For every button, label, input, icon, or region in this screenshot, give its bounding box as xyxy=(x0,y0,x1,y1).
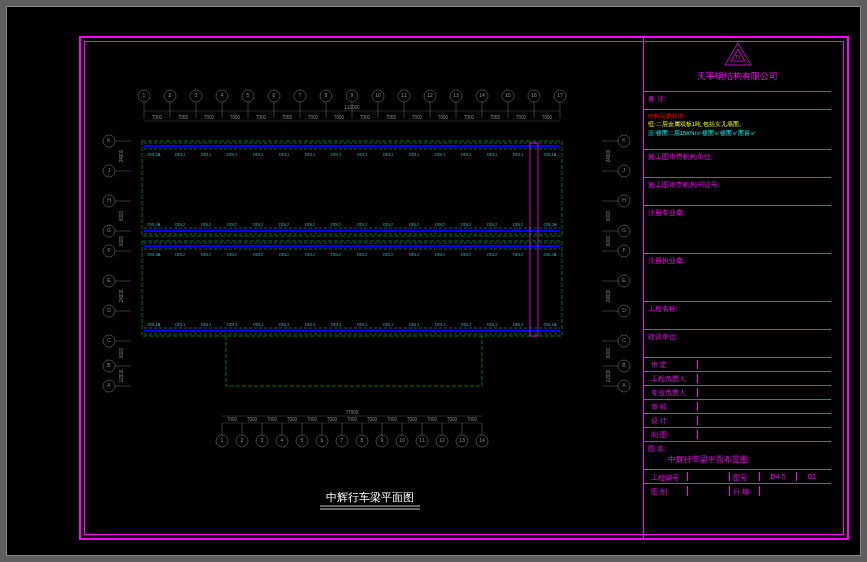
svg-text:H: H xyxy=(107,197,111,203)
svg-text:6: 6 xyxy=(273,92,276,98)
svg-text:11: 11 xyxy=(419,437,425,443)
svg-text:DDL1: DDL1 xyxy=(227,152,238,157)
drawing-name-row: 图 名: 中辉行车梁平面布置图 xyxy=(644,442,831,470)
svg-text:E: E xyxy=(622,277,626,283)
svg-text:DDL1A: DDL1A xyxy=(544,322,557,327)
svg-text:DDL2: DDL2 xyxy=(409,252,420,257)
svg-text:DDL2: DDL2 xyxy=(227,222,238,227)
svg-text:6000: 6000 xyxy=(119,235,124,246)
svg-text:17: 17 xyxy=(557,92,563,98)
svg-text:7000: 7000 xyxy=(467,417,478,422)
svg-text:6000: 6000 xyxy=(606,210,611,221)
svg-text:中辉行车梁平面图: 中辉行车梁平面图 xyxy=(326,491,414,503)
svg-text:DDL1: DDL1 xyxy=(357,322,368,327)
svg-text:77000: 77000 xyxy=(346,410,359,415)
svg-text:DDL1: DDL1 xyxy=(513,152,524,157)
svg-text:DDL1: DDL1 xyxy=(487,152,498,157)
svg-text:6000: 6000 xyxy=(119,347,124,358)
svg-text:10: 10 xyxy=(399,437,405,443)
client: 建设单位: xyxy=(644,330,831,358)
svg-text:12000: 12000 xyxy=(119,369,124,382)
grid-bottom: 77000 7000 7000 7000 7000 7000 7000 7000… xyxy=(216,410,488,447)
svg-text:H: H xyxy=(622,197,626,203)
sig-row-3: 专业负责人 xyxy=(644,386,831,400)
svg-text:7000: 7000 xyxy=(347,417,358,422)
svg-text:DDL1: DDL1 xyxy=(383,322,394,327)
svg-text:14: 14 xyxy=(479,437,485,443)
svg-text:7000: 7000 xyxy=(407,417,418,422)
remark-label: 备 注: xyxy=(648,95,666,102)
grid-top: 1 2 3 4 5 6 7 8 9 10 11 12 13 14 15 16 1… xyxy=(138,90,566,121)
svg-text:DDL2: DDL2 xyxy=(227,252,238,257)
grid-right: K J H G F E D C B A 24000 6000 6000 2400… xyxy=(602,135,630,392)
svg-text:TY: TY xyxy=(734,54,741,60)
svg-text:G: G xyxy=(107,227,111,233)
svg-text:7000: 7000 xyxy=(490,115,501,120)
svg-text:DDL2: DDL2 xyxy=(357,252,368,257)
svg-text:DDL2: DDL2 xyxy=(279,252,290,257)
svg-text:7000: 7000 xyxy=(247,417,258,422)
sheet-value: D4-5 xyxy=(760,472,797,481)
svg-text:7000: 7000 xyxy=(267,417,278,422)
svg-text:DDL1: DDL1 xyxy=(227,322,238,327)
svg-text:2: 2 xyxy=(241,437,244,443)
svg-text:DDL1: DDL1 xyxy=(279,152,290,157)
svg-text:7000: 7000 xyxy=(427,417,438,422)
drawing-name-value: 中辉行车梁平面布置图 xyxy=(648,455,748,464)
svg-text:5: 5 xyxy=(301,437,304,443)
svg-text:6: 6 xyxy=(321,437,324,443)
svg-text:DDL2A: DDL2A xyxy=(148,222,161,227)
svg-text:DDL2: DDL2 xyxy=(175,222,186,227)
svg-text:7000: 7000 xyxy=(447,417,458,422)
svg-text:24000: 24000 xyxy=(606,289,611,302)
proj-row: 工程编号 图号 D4-5 01 xyxy=(644,470,831,484)
svg-text:DDL2: DDL2 xyxy=(409,222,420,227)
svg-text:DDL2: DDL2 xyxy=(331,252,342,257)
svg-text:7: 7 xyxy=(299,92,302,98)
svg-text:DDL2: DDL2 xyxy=(331,222,342,227)
approval-1: 施工图审查机构单位: xyxy=(644,150,831,178)
svg-text:DDL1: DDL1 xyxy=(513,322,524,327)
svg-text:6000: 6000 xyxy=(606,235,611,246)
svg-text:E: E xyxy=(107,277,111,283)
svg-text:7000: 7000 xyxy=(367,417,378,422)
svg-text:DDL2: DDL2 xyxy=(461,252,472,257)
svg-text:DDL2: DDL2 xyxy=(487,252,498,257)
svg-text:7000: 7000 xyxy=(360,115,371,120)
rev-value: 01 xyxy=(797,472,827,481)
svg-text:D: D xyxy=(622,307,626,313)
svg-text:4: 4 xyxy=(221,92,224,98)
svg-text:DDL2: DDL2 xyxy=(513,222,524,227)
drawing-title: 中辉行车梁平面图 xyxy=(320,491,420,509)
svg-text:24000: 24000 xyxy=(119,289,124,302)
svg-text:6000: 6000 xyxy=(119,210,124,221)
svg-text:12000: 12000 xyxy=(606,369,611,382)
svg-text:7000: 7000 xyxy=(282,115,293,120)
titleblock: TY 天宇钢结构有限公司 备 注: 结构荷载标准: 恒:二层金属双板1吨,包括女… xyxy=(643,36,831,540)
svg-text:DDL1: DDL1 xyxy=(201,152,212,157)
svg-text:DDL1: DDL1 xyxy=(201,322,212,327)
svg-text:7000: 7000 xyxy=(287,417,298,422)
svg-text:K: K xyxy=(622,137,626,143)
svg-text:DDL1: DDL1 xyxy=(175,322,186,327)
svg-text:DDL2: DDL2 xyxy=(513,252,524,257)
svg-text:7000: 7000 xyxy=(152,115,163,120)
svg-text:13: 13 xyxy=(453,92,459,98)
svg-text:5: 5 xyxy=(247,92,250,98)
logo-icon: TY xyxy=(723,41,753,67)
svg-text:7000: 7000 xyxy=(387,417,398,422)
svg-text:B: B xyxy=(107,362,111,368)
svg-text:DDL1: DDL1 xyxy=(435,322,446,327)
svg-text:DDL2: DDL2 xyxy=(175,252,186,257)
company-name: 天宇钢结构有限公司 xyxy=(648,70,827,83)
svg-text:DDL2: DDL2 xyxy=(253,252,264,257)
svg-text:12: 12 xyxy=(427,92,433,98)
remark-row: 备 注: xyxy=(644,92,831,110)
spec-line-1: 结构荷载标准: xyxy=(648,112,827,120)
svg-text:2: 2 xyxy=(169,92,172,98)
prof-seal-2: 注册执业章: xyxy=(644,254,831,302)
company-header: TY 天宇钢结构有限公司 xyxy=(644,36,831,92)
drawing-area: 1 2 3 4 5 6 7 8 9 10 11 12 13 14 15 16 1… xyxy=(84,41,656,535)
svg-text:DDL1A: DDL1A xyxy=(148,322,161,327)
svg-text:7000: 7000 xyxy=(516,115,527,120)
